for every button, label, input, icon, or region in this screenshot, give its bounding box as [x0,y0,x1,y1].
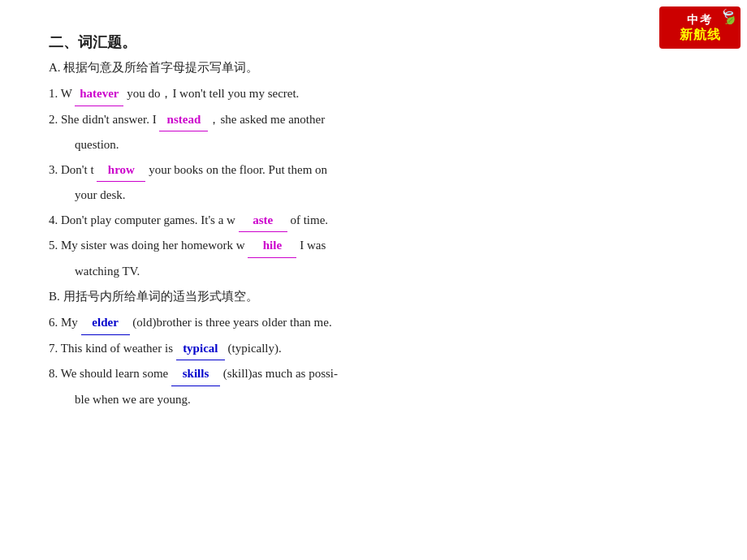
exercise-item-2b: question. [75,133,698,157]
part-b: B. 用括号内所给单词的适当形式填空。 6. My elder (old)bro… [49,289,698,411]
item-7-blank: typical [176,337,225,361]
item-4-before: 4. Don't play computer games. It's a w [49,213,239,226]
item-4-after: of time. [287,213,328,226]
exercise-item-8: 8. We should learn some skills (skill)as… [49,362,698,386]
logo-badge: 🍃 中考 新航线 [659,6,741,49]
item-1-num: 1. W [49,87,75,100]
item-8-before: 8. We should learn some [49,367,171,380]
item-3-before: 3. Don't t [49,163,97,176]
item-6-after: brother is three years older than me. [157,316,332,329]
page: 🍃 中考 新航线 二、词汇题。 A. 根据句意及所给首字母提示写单词。 1. W… [0,0,747,560]
part-a-label: A. 根据句意及所给首字母提示写单词。 [49,60,698,75]
item-7-hint: (typically). [225,342,282,355]
section-title: 二、词汇题。 [49,32,698,52]
item-5-blank: hile [248,234,296,258]
item-8-blank: skills [171,362,220,386]
exercise-item-8b: ble when we are young. [75,388,698,411]
item-3b-text: your desk. [75,188,126,201]
exercise-item-3b: your desk. [75,183,698,207]
item-5-after: I was [296,239,326,252]
item-7-before: 7. This kind of weather is [49,342,176,355]
logo-top-text: 中考 [687,13,713,27]
item-6-hint: (old) [130,316,157,329]
item-3-after: your books on the floor. Put them on [145,163,327,176]
item-2-before: 2. She didn't answer. I [49,113,159,126]
item-5-before: 5. My sister was doing her homework w [49,239,248,252]
logo-bottom-text: 新航线 [680,27,721,42]
item-2b-text: question. [75,138,119,151]
item-8-hint: (skill) [220,367,253,380]
exercise-item-4: 4. Don't play computer games. It's a w a… [49,209,698,233]
exercise-item-2: 2. She didn't answer. I nstead，she asked… [49,108,698,132]
exercise-item-7: 7. This kind of weather is typical (typi… [49,337,698,361]
item-4-blank: aste [239,209,287,233]
exercise-item-1: 1. W hatever you do，I won't tell you my … [49,82,698,106]
part-b-label: B. 用括号内所给单词的适当形式填空。 [49,289,698,304]
exercise-item-3: 3. Don't t hrow your books on the floor.… [49,158,698,183]
item-1-rest: you do，I won't tell you my secret. [123,87,299,100]
item-1-blank: hatever [75,82,123,106]
leaf-icon: 🍃 [717,6,740,28]
item-8b-text: ble when we are young. [75,393,191,406]
item-5b-text: watching TV. [75,265,140,278]
item-2-after: ，she asked me another [208,113,325,126]
item-3-blank: hrow [97,158,145,183]
item-2-blank: nstead [159,108,208,132]
exercise-item-6: 6. My elder (old)brother is three years … [49,311,698,335]
item-6-before: 6. My [49,316,81,329]
exercise-item-5b: watching TV. [75,260,698,283]
item-6-blank: elder [81,311,130,335]
exercise-item-5: 5. My sister was doing her homework w hi… [49,234,698,258]
item-8-after: as much as possi- [253,367,338,380]
